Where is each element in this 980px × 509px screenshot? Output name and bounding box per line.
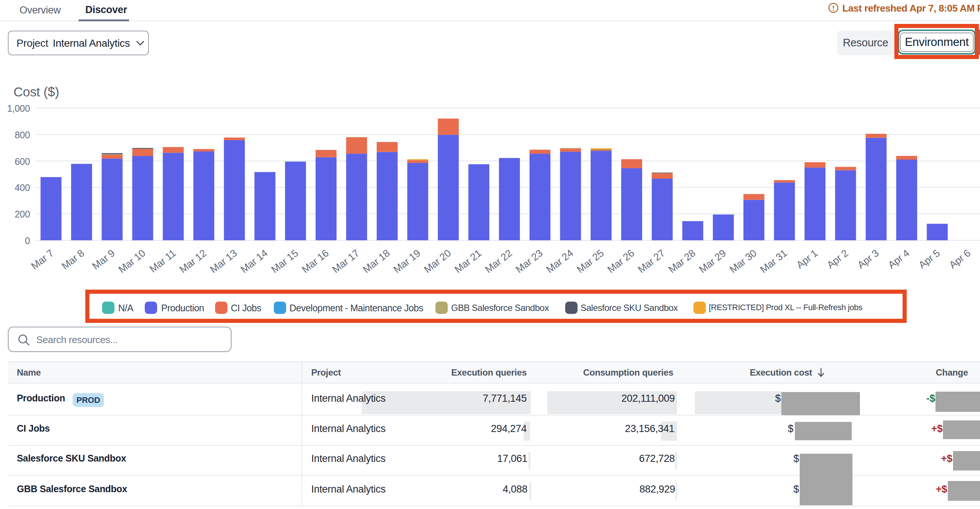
svg-text:Apr 3: Apr 3 bbox=[856, 247, 881, 271]
svg-text:Mar 24: Mar 24 bbox=[544, 247, 575, 273]
svg-text:Mar 15: Mar 15 bbox=[269, 247, 300, 273]
svg-text:Mar 30: Mar 30 bbox=[727, 247, 759, 273]
svg-text:600: 600 bbox=[14, 156, 30, 166]
svg-text:Mar 29: Mar 29 bbox=[697, 247, 728, 273]
svg-text:Apr 5: Apr 5 bbox=[916, 247, 942, 271]
svg-text:1,000: 1,000 bbox=[7, 103, 30, 114]
svg-text:Mar 13: Mar 13 bbox=[208, 247, 239, 273]
svg-text:Mar 22: Mar 22 bbox=[483, 247, 514, 273]
svg-text:Mar 7: Mar 7 bbox=[29, 247, 56, 272]
svg-text:Mar 17: Mar 17 bbox=[330, 247, 361, 273]
svg-text:Mar 10: Mar 10 bbox=[116, 247, 147, 273]
svg-text:Mar 8: Mar 8 bbox=[59, 247, 86, 272]
svg-text:Mar 20: Mar 20 bbox=[422, 247, 453, 273]
svg-text:Mar 9: Mar 9 bbox=[90, 247, 117, 272]
svg-text:Mar 11: Mar 11 bbox=[147, 247, 178, 273]
svg-text:Mar 12: Mar 12 bbox=[177, 247, 208, 273]
svg-text:Mar 19: Mar 19 bbox=[391, 247, 422, 273]
svg-text:Mar 25: Mar 25 bbox=[574, 247, 606, 273]
svg-text:200: 200 bbox=[14, 209, 30, 219]
svg-text:Cost ($): Cost ($) bbox=[13, 84, 59, 99]
svg-text:Mar 28: Mar 28 bbox=[667, 247, 698, 273]
svg-text:Mar 23: Mar 23 bbox=[514, 247, 545, 273]
svg-text:Mar 27: Mar 27 bbox=[636, 247, 667, 273]
svg-text:Mar 18: Mar 18 bbox=[361, 247, 392, 273]
svg-text:Apr 2: Apr 2 bbox=[825, 247, 850, 271]
svg-text:Mar 16: Mar 16 bbox=[300, 247, 331, 273]
svg-text:Mar 14: Mar 14 bbox=[239, 247, 270, 273]
svg-text:Apr 6: Apr 6 bbox=[947, 247, 972, 271]
svg-text:400: 400 bbox=[14, 182, 30, 193]
svg-text:Mar 21: Mar 21 bbox=[453, 247, 484, 273]
svg-text:Apr 1: Apr 1 bbox=[794, 247, 819, 271]
svg-text:Apr 4: Apr 4 bbox=[886, 247, 912, 271]
svg-text:800: 800 bbox=[14, 130, 30, 140]
svg-text:Mar 31: Mar 31 bbox=[758, 247, 789, 273]
svg-text:Mar 26: Mar 26 bbox=[605, 247, 636, 273]
svg-text:0: 0 bbox=[25, 235, 30, 246]
